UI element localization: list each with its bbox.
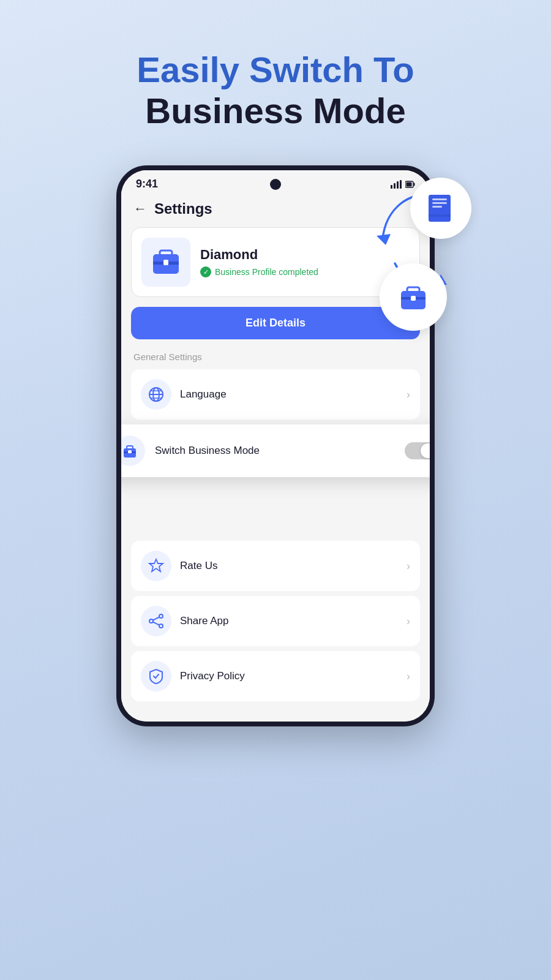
rate-us-icon-circle (141, 551, 171, 581)
language-chevron: › (407, 388, 410, 401)
general-settings-label: General Settings (121, 352, 430, 369)
language-label: Language (180, 388, 398, 401)
privacy-policy-label: Privacy Policy (180, 670, 398, 682)
share-icon (148, 612, 165, 630)
svg-rect-4 (432, 206, 442, 208)
svg-line-36 (153, 617, 159, 620)
svg-rect-20 (160, 251, 172, 255)
profile-info: Diamond ✓ Business Profile completed (200, 247, 318, 277)
privacy-policy-chevron: › (407, 670, 410, 683)
switch-business-mode-item[interactable]: Switch Business Mode (121, 424, 430, 477)
svg-rect-31 (128, 450, 132, 453)
svg-line-37 (153, 622, 159, 625)
svg-point-33 (159, 614, 163, 618)
language-icon-circle (141, 379, 171, 410)
switch-item-container: Switch Business Mode (121, 424, 430, 480)
share-app-item[interactable]: Share App › (131, 596, 420, 646)
check-circle: ✓ (200, 266, 211, 277)
profile-name: Diamond (200, 247, 318, 263)
status-text: Business Profile completed (215, 267, 318, 277)
svg-marker-32 (149, 559, 163, 571)
status-time: 9:41 (136, 178, 158, 190)
switch-toggle[interactable] (405, 442, 430, 459)
svg-rect-5 (429, 214, 451, 217)
profile-icon-box (141, 238, 190, 287)
share-app-label: Share App (180, 615, 398, 627)
title-section: Easily Switch To Business Mode (0, 0, 551, 156)
svg-marker-6 (377, 234, 391, 245)
switch-mode-label: Switch Business Mode (155, 445, 395, 457)
privacy-policy-item[interactable]: Privacy Policy › (131, 651, 420, 701)
svg-point-34 (149, 619, 153, 623)
language-icon (148, 386, 165, 403)
svg-rect-29 (127, 446, 133, 449)
svg-rect-3 (432, 202, 447, 204)
toggle-thumb (421, 443, 430, 458)
camera-notch (270, 179, 281, 190)
privacy-icon-circle (141, 661, 171, 692)
rate-us-item[interactable]: Rate Us › (131, 541, 420, 591)
svg-point-35 (159, 624, 163, 628)
switch-icon-circle (121, 435, 145, 466)
share-app-icon-circle (141, 606, 171, 636)
language-item[interactable]: Language › (131, 369, 420, 420)
profile-status: ✓ Business Profile completed (200, 266, 318, 277)
items-below: Rate Us › Share App (121, 541, 430, 701)
title-line2: Business Mode (0, 90, 551, 131)
shield-icon (148, 668, 165, 685)
rate-us-chevron: › (407, 560, 410, 573)
share-app-chevron: › (407, 615, 410, 628)
rate-us-label: Rate Us (180, 560, 398, 572)
floating-briefcase-icon (380, 263, 447, 331)
phone-wrapper: 9:41 ← (116, 165, 435, 726)
star-icon (148, 557, 165, 575)
svg-rect-22 (163, 260, 168, 265)
settings-title: Settings (154, 200, 212, 217)
svg-rect-9 (407, 287, 419, 292)
switch-briefcase-icon (121, 442, 138, 459)
svg-rect-2 (432, 198, 447, 200)
profile-briefcase-icon (149, 246, 182, 279)
floating-book-icon (410, 178, 471, 239)
svg-rect-11 (411, 296, 416, 301)
title-line1: Easily Switch To (0, 49, 551, 90)
back-button[interactable]: ← (133, 201, 147, 217)
